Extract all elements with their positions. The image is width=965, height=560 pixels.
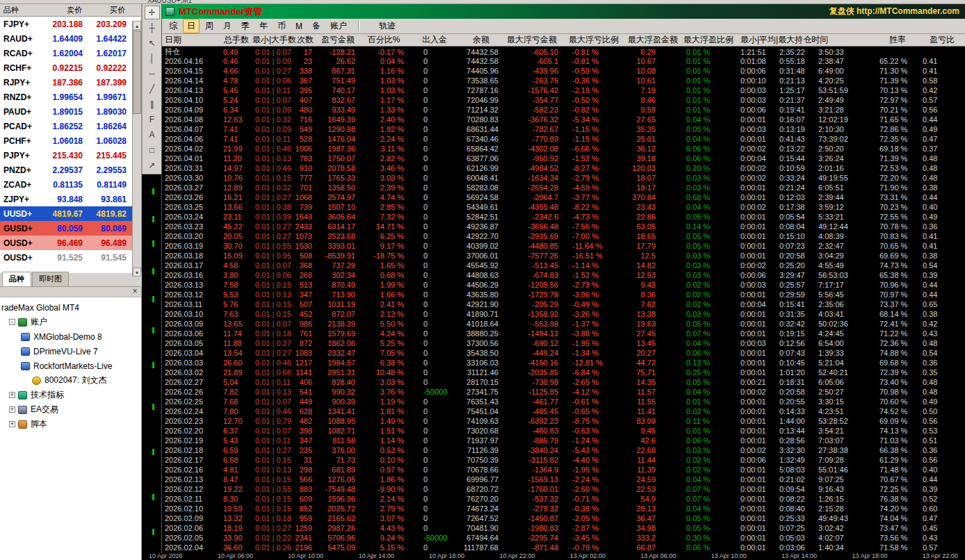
table-row[interactable]: 2026.04.144.780.01 | 0.06367751.491.03 %…	[162, 76, 965, 85]
toolbar-button[interactable]: 综	[165, 19, 181, 33]
window-titlebar[interactable]: MTCommander资管 复盘侠 http://MTCommander.com	[162, 4, 965, 19]
table-row[interactable]: 2026.02.195.430.01 | 0.11347811.581.14 %…	[162, 436, 965, 445]
market-watch-row[interactable]: FJPY+203.188203.209	[0, 17, 141, 31]
market-watch-row[interactable]: PNZD+2.295372.29553	[0, 163, 141, 177]
expander-icon[interactable]: +	[9, 392, 15, 398]
table-row[interactable]: 2026.02.2312.700.01 | 0.794821088.951.49…	[162, 416, 965, 426]
toolbar-button[interactable]: 日	[183, 19, 200, 33]
navigator-item[interactable]: +脚本	[0, 417, 141, 431]
table-row[interactable]: 2026.04.0812.630.01 | 0.327161649.392.40…	[162, 115, 965, 124]
market-watch-row[interactable]: PCAD+1.862521.86264	[0, 119, 141, 133]
market-watch-row[interactable]: RAUD+1.644091.64422	[0, 31, 141, 46]
scrollbar-thumb[interactable]	[133, 31, 141, 114]
table-row[interactable]: 2026.03.0221.890.01 | 0.6611412951.3110.…	[162, 368, 965, 377]
table-row[interactable]: 2026.03.115.760.01 | 0.155071031.192.41 …	[162, 299, 965, 309]
expander-icon[interactable]: +	[9, 421, 15, 427]
scroll-up-icon[interactable]: ▲	[133, 21, 141, 30]
table-row[interactable]: 2026.03.1815.090.01 | 0.95508-8539.91-18…	[162, 251, 965, 261]
table-row[interactable]: 2026.03.0511.880.01 | 0.278721862.065.25…	[162, 338, 965, 348]
table-row[interactable]: 2026.02.0436.600.01 | 0.2621965475.095.1…	[162, 543, 965, 552]
toolbar-button[interactable]: 轨迹	[375, 19, 400, 33]
table-row[interactable]: 2026.04.077.410.01 | 0.095491290.981.92 …	[162, 124, 965, 134]
table-row[interactable]: 2026.03.107.630.01 | 0.15452872.072.13 %…	[162, 309, 965, 319]
cursor-icon[interactable]: ↖	[145, 36, 160, 50]
brand-link[interactable]: 复盘侠 http://MTCommander.com	[829, 6, 959, 17]
expander-icon[interactable]: -	[9, 319, 15, 325]
column-header-ask[interactable]: 买价	[85, 5, 128, 15]
table-row[interactable]: 2026.03.0611.740.01 | 0.187611579.694.24…	[162, 329, 965, 338]
navigator-item[interactable]: radeMax Global MT4	[0, 300, 141, 315]
table-row[interactable]: 2026.02.186.590.01 | 0.27235376.000.53 %…	[162, 445, 965, 455]
expander-icon[interactable]: +	[9, 406, 15, 413]
column-header-bid[interactable]: 卖价	[42, 5, 85, 15]
table-row[interactable]: 2026.03.0913.650.01 | 0.079862138.395.50…	[162, 319, 965, 329]
crosshair-icon[interactable]: ┼	[145, 21, 160, 35]
table-row[interactable]: 持仓0.490.01 | 0.0717-128.21-0.17 %074432.…	[162, 47, 965, 56]
close-icon[interactable]: ×	[130, 287, 140, 297]
table-row[interactable]: 2026.03.2345.220.01 | 0.2724336314.1714.…	[162, 222, 965, 231]
table-row[interactable]: 2026.02.267.820.01 | 0.13541990.323.76 %…	[162, 387, 965, 397]
table-row[interactable]: 2026.03.125.530.01 | 0.13347713.901.66 %…	[162, 290, 965, 299]
navigator-item[interactable]: RockfortMarkets-Live	[0, 359, 141, 373]
navigator-item[interactable]: XMGlobal-Demo 8	[0, 329, 141, 344]
table-row[interactable]: 2026.02.206.370.01 | 0.073981082.711.51 …	[162, 426, 965, 436]
arrow-icon[interactable]: ↗	[145, 158, 160, 172]
table-row[interactable]: 2026.03.0326.600.01 | 0.4612171984.576.3…	[162, 358, 965, 368]
panel-tab[interactable]: 品种	[2, 272, 31, 286]
table-row[interactable]: 2026.02.257.680.01 | 0.07449900.391.19 %…	[162, 397, 965, 406]
market-watch-scrollbar[interactable]: ▲ ▼	[132, 21, 141, 277]
channel-icon[interactable]: ∥	[145, 97, 160, 111]
table-row[interactable]: 2026.02.138.470.01 | 0.155661276.051.86 …	[162, 475, 965, 484]
table-row[interactable]: 2026.04.135.450.01 | 0.11395740.171.03 %…	[162, 85, 965, 95]
navigator-item[interactable]: DPrimeVU-Live 7	[0, 344, 141, 359]
table-row[interactable]: 2026.02.275.040.01 | 0.11406828.403.03 %…	[162, 377, 965, 387]
market-watch-row[interactable]: UUSD+4819.674819.82	[0, 206, 141, 221]
table-row[interactable]: 2026.02.164.810.01 | 0.13298681.890.97 %…	[162, 465, 965, 475]
table-row[interactable]: 2026.03.2020.050.01 | 0.2710732523.686.2…	[162, 231, 965, 241]
table-row[interactable]: 2026.02.118.300.01 | 0.156091596.962.14 …	[162, 494, 965, 504]
table-row[interactable]: 2026.04.067.410.01 | 0.115281476.042.24 …	[162, 134, 965, 144]
fibonacci-icon[interactable]: F	[145, 113, 160, 126]
scroll-down-icon[interactable]: ▼	[133, 267, 141, 277]
table-row[interactable]: 2026.03.2616.210.01 | 0.2710682574.974.7…	[162, 192, 965, 202]
toolbar-button[interactable]: M	[291, 20, 307, 33]
table-row[interactable]: 2026.04.0111.200.01 | 0.137831750.072.82…	[162, 154, 965, 163]
table-row[interactable]: 2026.03.2712.890.01 | 0.327011358.502.39…	[162, 183, 965, 192]
table-row[interactable]: 2026.03.3010.760.01 | 0.157771765.333.03…	[162, 173, 965, 183]
table-row[interactable]: 2026.02.176.680.01 | 0.153171.730.10 %07…	[162, 455, 965, 465]
toolbar-button[interactable]: 币	[273, 19, 290, 33]
market-watch-row[interactable]: OUSD+96.46996.489	[0, 236, 141, 250]
panel-tab[interactable]: 即时图	[32, 272, 69, 286]
table-row[interactable]: 2026.02.1010.590.01 | 0.158522025.722.79…	[162, 504, 965, 513]
toolbar-button[interactable]: 周	[201, 19, 218, 33]
table-row[interactable]: 2026.03.2513.660.01 | 0.387391507.102.85…	[162, 202, 965, 212]
table-row[interactable]: 2026.03.2423.110.01 | 0.3916433605.647.3…	[162, 212, 965, 222]
toolbar-button[interactable]: 备	[308, 19, 325, 33]
toolbar-button[interactable]: 季	[237, 19, 254, 33]
table-row[interactable]: 2026.02.1219.220.01 | 0.55883-7549.48-9.…	[162, 484, 965, 494]
navigator-item[interactable]: +EA交易	[0, 402, 141, 417]
market-watch-row[interactable]: RNZD+1.996541.99671	[0, 90, 141, 104]
table-row[interactable]: 2026.04.154.660.01 | 0.27338867.311.16 %…	[162, 66, 965, 76]
market-watch-row[interactable]: PAUD+1.890151.89030	[0, 104, 141, 119]
navigator-item[interactable]: -账户	[0, 315, 141, 329]
vertical-line-icon[interactable]: │	[145, 51, 160, 65]
toolbar-button[interactable]: 账户	[326, 19, 351, 33]
table-row[interactable]: 2026.04.105.240.01 | 0.07407832.671.17 %…	[162, 95, 965, 105]
table-row[interactable]: 2026.04.096.340.01 | 0.09480933.491.33 %…	[162, 105, 965, 115]
table-row[interactable]: 2026.03.3114.970.01 | 0.469102078.583.46…	[162, 163, 965, 173]
market-watch-row[interactable]: OUSD+91.52591.545	[0, 250, 141, 265]
toolbar-button[interactable]: 年	[255, 19, 272, 33]
toolbar-button[interactable]: 月	[219, 19, 236, 33]
market-watch-row[interactable]: ZJPY+93.84893.861	[0, 192, 141, 206]
table-row[interactable]: 2026.04.0221.990.01 | 0.4610061987.363.1…	[162, 144, 965, 154]
table-row[interactable]: 2026.03.174.580.01 | 0.07368737.291.65 %…	[162, 261, 965, 270]
column-header-symbol[interactable]: 品种	[0, 5, 42, 15]
trendline-icon[interactable]: ╱	[145, 82, 160, 96]
market-watch-row[interactable]: RCHF+0.922150.92222	[0, 60, 141, 75]
market-watch-row[interactable]: PJPY+215.430215.445	[0, 148, 141, 163]
horizontal-line-icon[interactable]: ─	[145, 67, 160, 81]
market-watch-row[interactable]: RCAD+1.620041.62017	[0, 46, 141, 60]
market-watch-row[interactable]: GUSD+80.05980.069	[0, 221, 141, 236]
table-row[interactable]: 2026.02.247.800.01 | 0.466281341.411.81 …	[162, 406, 965, 416]
